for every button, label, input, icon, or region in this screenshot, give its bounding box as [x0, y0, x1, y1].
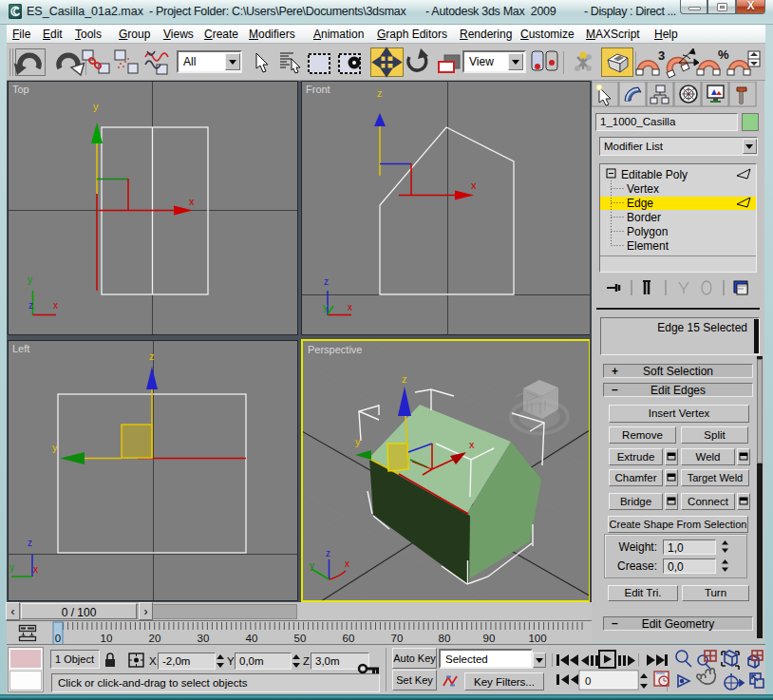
svg-text:z: z: [324, 276, 329, 287]
svg-text:x: x: [345, 558, 349, 569]
svg-text:60: 60: [343, 633, 355, 644]
svg-text:50: 50: [294, 633, 307, 644]
svg-text:z: z: [402, 373, 407, 385]
svg-text:x: x: [471, 180, 477, 191]
svg-text:z: z: [149, 350, 155, 362]
svg-text:Vertex: Vertex: [627, 182, 659, 196]
svg-text:3: 3: [658, 48, 665, 63]
svg-text:z: z: [28, 300, 33, 311]
svg-text:x: x: [348, 302, 352, 312]
svg-text:70: 70: [391, 633, 404, 644]
svg-text:30: 30: [198, 633, 210, 644]
svg-text:0: 0: [585, 675, 591, 687]
svg-text:Edge: Edge: [627, 197, 653, 210]
svg-text:y: y: [93, 101, 99, 112]
svg-text:Border: Border: [627, 211, 661, 224]
svg-text:y: y: [310, 560, 314, 571]
svg-text:x: x: [189, 196, 195, 207]
svg-text:y: y: [355, 436, 361, 447]
svg-text:80: 80: [439, 633, 451, 644]
svg-text:Editable Poly: Editable Poly: [621, 168, 688, 181]
svg-text:y: y: [28, 274, 32, 285]
svg-text:y: y: [52, 442, 58, 453]
svg-text:Polygon: Polygon: [627, 225, 668, 238]
svg-text:x: x: [469, 439, 475, 450]
svg-text:%: %: [718, 47, 729, 62]
svg-text:x: x: [33, 564, 38, 575]
svg-text:y: y: [9, 562, 14, 573]
svg-text:100: 100: [528, 633, 546, 644]
svg-text:90: 90: [483, 633, 496, 644]
svg-text:z: z: [377, 87, 383, 99]
svg-text:20: 20: [149, 633, 161, 644]
svg-text:x: x: [53, 300, 58, 311]
svg-text:y: y: [323, 302, 328, 312]
svg-text:0: 0: [55, 633, 61, 644]
svg-text:z: z: [326, 548, 330, 558]
svg-text:z: z: [28, 538, 32, 548]
svg-text:10: 10: [101, 633, 113, 644]
svg-text:Element: Element: [627, 239, 669, 253]
svg-text:40: 40: [246, 633, 258, 644]
